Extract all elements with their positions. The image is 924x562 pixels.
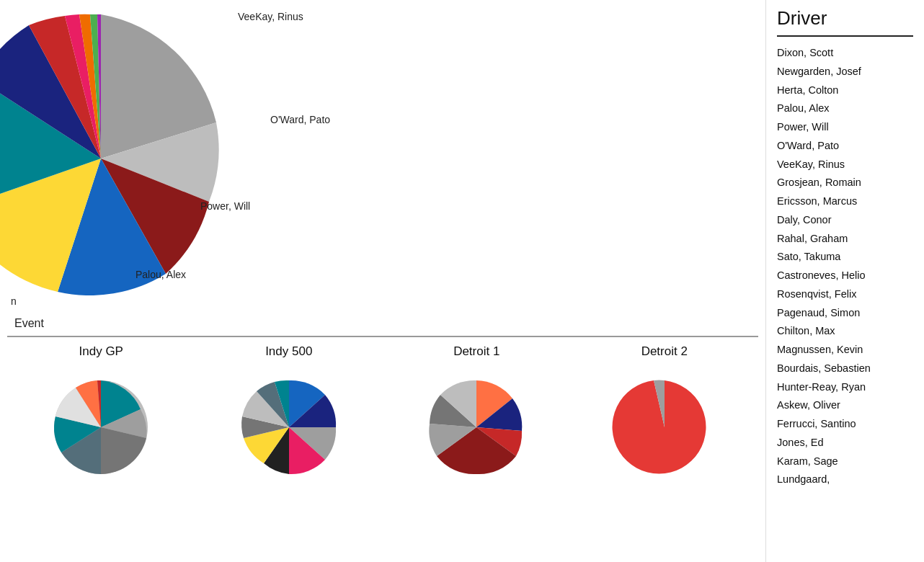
driver-list-item[interactable]: Pagenaud, Simon bbox=[777, 304, 913, 323]
event-col-detroit1: Detroit 1 bbox=[383, 344, 571, 481]
event-col-indygp: Indy GP bbox=[7, 344, 195, 481]
small-pie-indy500 bbox=[235, 373, 343, 481]
driver-list-item[interactable]: Askew, Oliver bbox=[777, 396, 913, 415]
event-col-indy500: Indy 500 bbox=[195, 344, 383, 481]
label-palou: Palou, Alex bbox=[136, 269, 186, 280]
driver-list-item[interactable]: Rahal, Graham bbox=[777, 230, 913, 249]
pie-labels: VeeKay, Rinus O'Ward, Pato Power, Will P… bbox=[7, 7, 512, 310]
small-pie-detroit2 bbox=[610, 373, 719, 481]
chart-area: VeeKay, Rinus O'Ward, Pato Power, Will P… bbox=[7, 7, 758, 310]
event-col-detroit2: Detroit 2 bbox=[571, 344, 759, 481]
driver-list-item[interactable]: Lundgaard, bbox=[777, 470, 913, 489]
driver-list-item[interactable]: Chilton, Max bbox=[777, 322, 913, 341]
driver-list-item[interactable]: Newgarden, Josef bbox=[777, 63, 913, 81]
events-row: Indy GP bbox=[7, 336, 758, 481]
driver-list-item[interactable]: Karam, Sage bbox=[777, 452, 913, 471]
driver-list-item[interactable]: Palou, Alex bbox=[777, 99, 913, 118]
driver-list-item[interactable]: Jones, Ed bbox=[777, 434, 913, 452]
driver-list-item[interactable]: Hunter-Reay, Ryan bbox=[777, 378, 913, 397]
event-label-detroit1: Detroit 1 bbox=[453, 344, 499, 359]
label-power: Power, Will bbox=[200, 200, 250, 212]
label-n: n bbox=[11, 295, 17, 307]
sidebar-title: Driver bbox=[777, 7, 913, 37]
driver-list-item[interactable]: Bourdais, Sebastien bbox=[777, 360, 913, 378]
event-header: Event bbox=[7, 317, 758, 330]
event-label-detroit2: Detroit 2 bbox=[641, 344, 688, 359]
driver-list-item[interactable]: VeeKay, Rinus bbox=[777, 156, 913, 174]
driver-list-item[interactable]: Daly, Conor bbox=[777, 211, 913, 230]
driver-list-item[interactable]: Dixon, Scott bbox=[777, 44, 913, 63]
driver-list-item[interactable]: Rosenqvist, Felix bbox=[777, 285, 913, 304]
sidebar: Driver Dixon, ScottNewgarden, JosefHerta… bbox=[765, 0, 924, 562]
label-oward: O'Ward, Pato bbox=[270, 114, 330, 125]
pie-detroit2 bbox=[610, 373, 719, 481]
driver-list-item[interactable]: Castroneves, Helio bbox=[777, 267, 913, 285]
driver-list-item[interactable]: Herta, Colton bbox=[777, 81, 913, 100]
driver-list-item[interactable]: O'Ward, Pato bbox=[777, 137, 913, 156]
small-pie-detroit1 bbox=[422, 373, 530, 481]
small-pie-indygp bbox=[47, 373, 155, 481]
pie-detroit1 bbox=[422, 373, 530, 481]
event-label-indygp: Indy GP bbox=[79, 344, 123, 359]
driver-list-item[interactable]: Sato, Takuma bbox=[777, 248, 913, 267]
driver-list-item[interactable]: Ericsson, Marcus bbox=[777, 192, 913, 211]
driver-list-item[interactable]: Power, Will bbox=[777, 118, 913, 137]
pie-indygp bbox=[47, 373, 155, 481]
bottom-section: Event Indy GP bbox=[7, 317, 758, 481]
driver-list-item[interactable]: Magnussen, Kevin bbox=[777, 341, 913, 360]
driver-list-item[interactable]: Ferrucci, Santino bbox=[777, 415, 913, 434]
event-label-indy500: Indy 500 bbox=[265, 344, 312, 359]
driver-list-item[interactable]: Grosjean, Romain bbox=[777, 174, 913, 192]
label-veekay: VeeKay, Rinus bbox=[238, 11, 303, 22]
driver-list: Dixon, ScottNewgarden, JosefHerta, Colto… bbox=[777, 44, 913, 489]
main-content: VeeKay, Rinus O'Ward, Pato Power, Will P… bbox=[0, 0, 765, 562]
pie-indy500 bbox=[235, 373, 343, 481]
